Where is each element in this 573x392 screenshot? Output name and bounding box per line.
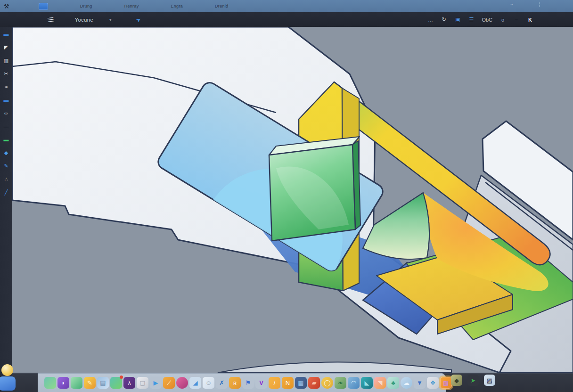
magenta-ball-app[interactable] [176,377,188,389]
yellow-circle-icon[interactable] [1,364,13,376]
gray-doc-app[interactable]: ▢ [137,377,148,389]
teal-leaves-app[interactable]: ♣ [387,377,399,389]
green-plant-app[interactable]: ❧ [335,377,346,389]
yellow-pin-app[interactable]: ✎ [84,377,96,389]
taskbar: ◗✎▤λ▢▶⟋◢☺✗ʀ⚑V/N▦▰◯❧◠◣◥♣☁▼❖▩ [38,373,446,392]
app-window: { "menu_bar": { "items": [ {"name":"menu… [0,0,573,392]
active-orange-app[interactable]: ▩ [440,377,452,389]
peach-diag-app[interactable]: ◥ [374,377,386,389]
link-tool[interactable]: ∞ [1,108,11,118]
menu-bar: ⚒ DrungRenrayEngraDrenld ~ ¦ [0,0,573,12]
overflow-dots-icon[interactable]: … [427,17,434,23]
notes-doc-app[interactable]: ▨ [484,375,495,386]
cut-tool[interactable]: ✂ [1,68,11,79]
app-logo-icon[interactable] [39,3,48,10]
corner-dock [0,363,21,392]
red-folder-app[interactable]: ▰ [308,377,320,389]
menu-item-1[interactable]: Drung [80,4,92,8]
obc-mode-label[interactable]: ObC [482,17,492,23]
viewport-scene [12,27,573,373]
sidebar-tool-list: ▬◤▥✂≈▬∞—▬◆✎∴╱ [1,29,11,200]
menu-item-3[interactable]: Engra [171,4,183,8]
refresh-icon[interactable]: ↻ [441,16,447,23]
orange-r-app[interactable]: ʀ [229,377,241,389]
menu-list: DrungRenrayEngraDrenld [48,4,229,8]
blue-wave-app[interactable]: ◠ [348,377,360,389]
wrench-icon[interactable]: ⚒ [4,3,9,10]
paint-tool[interactable]: ◆ [1,147,11,158]
dash-icon[interactable]: − [513,17,520,23]
teal-shapes-app[interactable] [44,377,56,389]
active-tool-indicator[interactable]: ▬ [1,29,11,39]
orange-slash-app[interactable]: / [269,377,280,389]
pointer-icon[interactable]: ➤ [135,16,142,24]
play-app[interactable]: ▶ [150,377,162,389]
tool-sidebar: ▬◤▥✂≈▬∞—▬◆✎∴╱ [0,27,12,392]
blue-page-app[interactable]: ▤ [97,377,109,389]
purple-v-app[interactable]: V [255,377,267,389]
menu-item-4[interactable]: Drenld [215,4,228,8]
list-view-icon[interactable]: ☰ [468,16,475,23]
menu-item-2[interactable]: Renray [124,4,139,8]
small-o-icon[interactable]: o [499,17,506,23]
khaki-cube-app[interactable]: ◆ [451,375,462,386]
chevron-down-icon[interactable]: ▾ [109,17,112,22]
layers-icon[interactable]: ☰ [47,16,55,24]
orange-n-app[interactable]: N [282,377,294,389]
pencil-tool[interactable]: ✎ [1,161,11,171]
shapes-tool[interactable]: ∴ [1,174,11,184]
main-toolbar: ☰ Yocune ▾ ➤ …↻▣☰ObCo−K [0,12,573,27]
blue-line-tool[interactable]: ▬ [1,95,11,105]
toolbar-right-icons: …↻▣☰ObCo−K [427,12,533,27]
teal-fold-app[interactable]: ◣ [361,377,373,389]
box-tool[interactable]: ▥ [1,55,11,65]
green-leaf-app[interactable] [71,377,82,389]
teal-notify-app[interactable] [110,377,122,389]
blue-flag-app[interactable]: ⚑ [242,377,254,389]
select-cursor-tool[interactable]: ◤ [1,42,11,52]
purple-wedge-app[interactable]: ◗ [57,377,69,389]
cloud-app[interactable]: ☁ [401,377,412,389]
droplet-app[interactable]: ▼ [414,377,426,389]
diagonal-tool[interactable]: ╱ [1,187,11,197]
measure-tool[interactable]: — [1,121,11,131]
green-arrow-app[interactable]: ➤ [467,375,479,386]
share-users-icon[interactable]: ▣ [454,16,461,23]
active-tool-label[interactable]: Yocune [75,17,93,23]
blue-grid-app[interactable]: ▦ [295,377,307,389]
k-bold-icon[interactable]: K [527,17,533,23]
blue-dock-icon[interactable] [0,376,16,391]
lambda-app[interactable]: λ [123,377,135,389]
viewport-3d[interactable] [12,27,573,373]
palette-app[interactable]: ❖ [427,377,439,389]
curve-tool[interactable]: ≈ [1,82,11,92]
taskbar-dark-icons: ◆➤▨ [451,375,495,386]
orange-tool-app[interactable]: ⟋ [163,377,175,389]
menubar-right-marks: ~ ¦ [510,2,552,7]
blue-sail-app[interactable]: ◢ [189,377,201,389]
robot-doc-app[interactable]: ☺ [203,377,214,389]
yellow-egg-app[interactable]: ◯ [321,377,333,389]
green-line-tool[interactable]: ▬ [1,134,11,145]
blue-bird-app[interactable]: ✗ [216,377,228,389]
